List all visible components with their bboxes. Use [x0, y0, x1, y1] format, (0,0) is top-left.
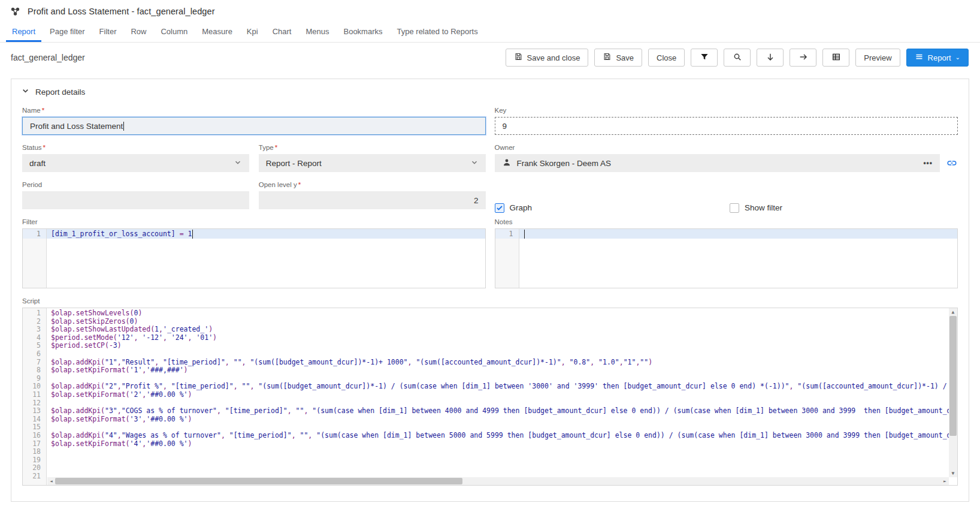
scroll-left-icon[interactable]: ◄ — [47, 478, 55, 484]
line-number: 1 — [495, 229, 519, 239]
filter-label: Filter — [22, 218, 486, 225]
hamburger-icon — [915, 52, 924, 63]
owner-more-button[interactable]: ••• — [923, 159, 933, 167]
report-menu-button[interactable]: Report ⌄ — [906, 49, 969, 67]
line-number: 21 — [23, 472, 46, 481]
filter-code-editor[interactable]: 1 [dim_1_profit_or_loss_account] = 1 — [22, 228, 486, 288]
action-bar: fact_general_ledger Save and close Save … — [0, 43, 980, 73]
tab-row[interactable]: Row — [125, 23, 152, 42]
code-line[interactable]: $olap.addKpi("4","Wages as % of turnover… — [47, 432, 949, 440]
tab-kpi[interactable]: Kpi — [241, 23, 264, 42]
line-number-gutter: 123456789101112131415161718192021 — [23, 308, 47, 485]
close-button[interactable]: Close — [648, 49, 685, 67]
code-line[interactable]: $olap.setKpiFormat('1','###,###') — [47, 366, 949, 375]
vertical-scroll-thumb[interactable] — [949, 316, 957, 436]
code-line[interactable]: $olap.setShowLevels(0) — [47, 309, 949, 318]
owner-field[interactable]: Frank Skorgen - Deem AS ••• — [495, 154, 940, 172]
text-cursor — [524, 230, 525, 239]
code-line[interactable] — [47, 423, 949, 432]
code-line[interactable]: $olap.setShowLastUpdated(1,'_created_') — [47, 326, 949, 334]
code-line[interactable]: $olap.addKpi("2","Profit %", "[time_peri… — [47, 383, 949, 391]
line-number: 1 — [23, 309, 46, 318]
search-button[interactable] — [724, 49, 751, 67]
chevron-down-icon: ⌄ — [955, 55, 960, 61]
code-line[interactable]: $olap.addKpi("3","COGS as % of turnover"… — [47, 407, 949, 415]
name-input[interactable]: Profit and Loss Statement — [22, 117, 486, 135]
period-label: Period — [22, 181, 249, 188]
tab-bookmarks[interactable]: Bookmarks — [337, 23, 388, 42]
move-down-button[interactable] — [757, 49, 784, 67]
line-number: 8 — [23, 366, 46, 375]
table-view-button[interactable] — [822, 49, 849, 67]
tab-chart[interactable]: Chart — [267, 23, 298, 42]
line-number: 4 — [23, 334, 46, 342]
tab-measure[interactable]: Measure — [196, 23, 238, 42]
code-line[interactable] — [47, 472, 949, 477]
code-line[interactable] — [47, 448, 949, 456]
save-and-close-button[interactable]: Save and close — [506, 49, 589, 67]
key-label: Key — [495, 107, 958, 114]
report-details-header[interactable]: Report details — [11, 79, 969, 102]
search-icon — [733, 52, 742, 64]
tab-menus[interactable]: Menus — [300, 23, 335, 42]
line-number: 18 — [23, 448, 46, 456]
code-line[interactable] — [47, 399, 949, 408]
code-line[interactable]: $olap.setKpiFormat('2','##0.00 %') — [47, 391, 949, 399]
type-select[interactable]: Report - Report — [259, 154, 486, 172]
line-number: 3 — [23, 326, 46, 334]
code-line[interactable] — [519, 229, 958, 239]
line-number: 9 — [23, 375, 46, 383]
line-number: 6 — [23, 350, 46, 359]
line-number: 11 — [23, 391, 46, 399]
line-number: 5 — [23, 342, 46, 350]
scroll-right-icon[interactable]: ► — [941, 478, 949, 484]
scroll-down-icon[interactable]: ▼ — [952, 469, 955, 477]
period-input[interactable] — [22, 191, 249, 209]
code-line[interactable] — [47, 375, 949, 383]
line-number: 17 — [23, 440, 46, 448]
move-right-button[interactable] — [790, 49, 816, 67]
code-line[interactable]: $period.setCP(-3) — [47, 342, 949, 350]
code-line[interactable]: $olap.setKpiFormat('3','##0.00 %') — [47, 415, 949, 424]
graph-checkbox[interactable]: Graph — [495, 203, 533, 213]
vertical-scrollbar[interactable]: ▲ ▼ — [949, 308, 957, 477]
funnel-icon — [700, 52, 709, 64]
scroll-up-icon[interactable]: ▲ — [952, 308, 955, 316]
status-select[interactable]: draft — [22, 154, 249, 172]
code-line[interactable] — [47, 350, 949, 359]
open-level-y-input[interactable]: 2 — [259, 191, 486, 209]
preview-button[interactable]: Preview — [855, 49, 900, 67]
code-line[interactable]: $period.setMode('12', '-12', '24', '01') — [47, 334, 949, 342]
horizontal-scroll-thumb[interactable] — [55, 478, 462, 484]
checkbox-check-icon — [730, 203, 739, 213]
code-line[interactable] — [47, 464, 949, 472]
tab-report[interactable]: Report — [6, 23, 41, 42]
line-number: 7 — [23, 359, 46, 367]
tab-column[interactable]: Column — [155, 23, 193, 42]
script-code-editor[interactable]: 123456789101112131415161718192021 $olap.… — [22, 308, 958, 486]
title-bar: Profit and Loss Statement - fact_general… — [0, 0, 980, 23]
tab-filter[interactable]: Filter — [93, 23, 123, 42]
code-line[interactable]: [dim_1_profit_or_loss_account] = 1 — [47, 229, 485, 239]
code-line[interactable]: $olap.setKpiFormat('4','##0.00 %') — [47, 440, 949, 448]
report-details-panel: Report details Name* Profit and Loss Sta… — [11, 79, 969, 502]
save-button[interactable]: Save — [594, 49, 642, 67]
link-icon[interactable] — [946, 157, 958, 169]
show-filter-checkbox[interactable]: Show filter — [730, 203, 782, 213]
tab-page-filter[interactable]: Page filter — [44, 23, 91, 42]
horizontal-scrollbar[interactable]: ◄ ► — [47, 477, 949, 485]
open-level-y-label: Open level y* — [259, 181, 486, 188]
type-label: Type* — [259, 144, 486, 151]
code-line[interactable] — [47, 456, 949, 465]
code-line[interactable]: $olap.setSkipZeros(0) — [47, 318, 949, 326]
notes-code-editor[interactable]: 1 — [495, 228, 958, 288]
line-number: 14 — [23, 415, 46, 424]
save-icon — [514, 52, 523, 63]
code-line[interactable]: $olap.addKpi("1","Result", "[time_period… — [47, 359, 949, 367]
notes-label: Notes — [495, 218, 958, 225]
filter-button[interactable] — [691, 49, 718, 67]
line-number: 10 — [23, 383, 46, 391]
tab-type-related-to-reports[interactable]: Type related to Reports — [391, 23, 484, 42]
dataset-subtitle: fact_general_ledger — [11, 53, 85, 62]
line-number: 13 — [23, 407, 46, 415]
